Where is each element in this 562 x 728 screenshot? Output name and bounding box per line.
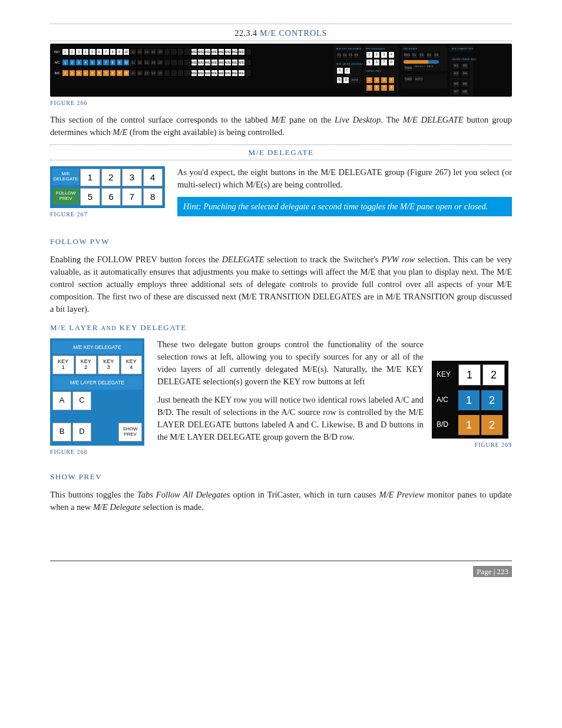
delegate-button-8[interactable]: 8 xyxy=(143,188,163,206)
figure-269-panel: KEY 1 2 A/C 1 2 B/D 1 2 xyxy=(432,361,508,439)
subheading-me-layer-key: M/E LAYER AND KEY DELEGATE xyxy=(50,322,512,334)
figure-267-panel: M/E DELEGATE 1 2 3 4 FOLLOW PREV 5 6 7 8 xyxy=(50,166,165,208)
key-row-2[interactable]: 2 xyxy=(482,364,505,386)
figure-266-caption: FIGURE 266 xyxy=(50,99,512,108)
figure-268-panel: M/E KEY DELEGATE KEY1 KEY2 KEY3 KEY4 M/E… xyxy=(50,338,144,446)
hint-box: Hint: Punching the selected delegate a s… xyxy=(177,197,512,216)
layer-c-button[interactable]: C xyxy=(72,391,91,410)
ac-row-2[interactable]: 2 xyxy=(481,390,503,410)
key-3-button[interactable]: KEY3 xyxy=(98,355,120,374)
delegate-button-1[interactable]: 1 xyxy=(80,169,100,186)
delegate-button-6[interactable]: 6 xyxy=(101,188,121,206)
ac-row-1[interactable]: 1 xyxy=(458,390,480,410)
delegate-button-5[interactable]: 5 xyxy=(80,188,100,206)
figure-266-panel: KEY 12345678910 1112131415 M/EM/EM/EM/EM… xyxy=(50,44,512,97)
layer-a-button[interactable]: A xyxy=(52,391,71,410)
figure-267-caption: FIGURE 267 xyxy=(50,210,168,219)
delegate-button-3[interactable]: 3 xyxy=(122,169,141,186)
delegate-button-4[interactable]: 4 xyxy=(143,169,163,186)
paragraph-delegate: As you'd expect, the eight buttons in th… xyxy=(177,166,512,191)
subheading-follow-pvw: FOLLOW PVW xyxy=(50,236,512,248)
section-heading: 22.3.4 M/E CONTROLS xyxy=(50,28,512,39)
paragraph-intro: This section of the control surface corr… xyxy=(50,114,512,139)
key-2-button[interactable]: KEY2 xyxy=(75,355,97,374)
key-row-1[interactable]: 1 xyxy=(458,364,481,386)
paragraph-show-prev: This buttons toggles the Tabs Follow All… xyxy=(50,489,512,513)
paragraph-follow-pvw: Enabling the FOLLOW PREV button forces t… xyxy=(50,253,512,315)
figure-269-caption: FIGURE 269 xyxy=(432,441,512,450)
layer-b-button[interactable]: B xyxy=(52,423,71,442)
figure-268-caption: FIGURE 268 xyxy=(50,448,149,457)
delegate-button-7[interactable]: 7 xyxy=(122,188,141,206)
follow-prev-label: FOLLOW PREV xyxy=(52,188,79,205)
bd-row-2[interactable]: 2 xyxy=(481,415,503,435)
show-prev-button[interactable]: SHOWPREV xyxy=(118,423,142,442)
delegate-button-2[interactable]: 2 xyxy=(101,169,121,186)
subheading-me-delegate: M/E DELEGATE xyxy=(50,147,512,159)
key-4-button[interactable]: KEY4 xyxy=(121,355,143,374)
page-footer: Page | 223 xyxy=(50,561,512,578)
layer-d-button[interactable]: D xyxy=(72,423,91,442)
subheading-show-prev: SHOW PREV xyxy=(50,472,512,483)
key-1-button[interactable]: KEY1 xyxy=(52,355,74,374)
me-delegate-label: M/E DELEGATE xyxy=(52,169,79,185)
bd-row-1[interactable]: 1 xyxy=(458,415,480,435)
